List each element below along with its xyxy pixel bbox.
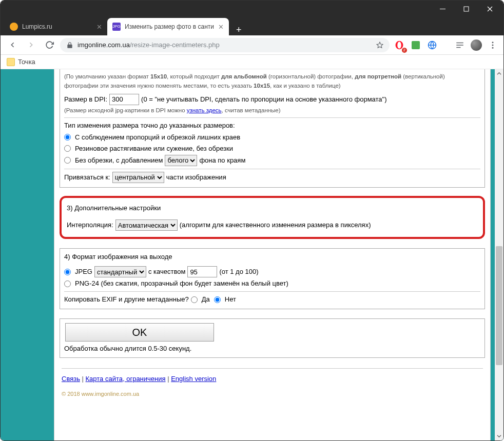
window-maximize-button[interactable] <box>454 1 478 17</box>
extension-badge: 2 <box>402 48 407 53</box>
anchor-label: Привязаться к: <box>64 172 110 183</box>
dpi-label: Размер в DPI: <box>64 94 107 105</box>
dpi-row: Размер в DPI: (0 = "не учитывать DPI, сд… <box>64 94 480 105</box>
tab-title: Lumpics.ru <box>22 23 92 30</box>
favicon-icon: JPG <box>112 23 121 31</box>
scrollbar-track[interactable] <box>495 78 503 432</box>
extension-opera-icon[interactable]: 2 <box>393 38 406 52</box>
bookmarks-bar: Точка <box>1 55 503 69</box>
menu-button[interactable] <box>486 38 499 52</box>
resize-option-2[interactable]: Резиновое растягивание или сужение, без … <box>64 144 480 154</box>
exif-row: Копировать EXIF и другие метаданные? Да … <box>64 294 480 305</box>
svg-point-13 <box>492 47 494 48</box>
window-titlebar <box>1 1 503 17</box>
interpolation-label: Интерполяция: <box>67 220 113 230</box>
reading-list-icon[interactable] <box>453 38 467 52</box>
section-submit: OK Обработка обычно длится 0.5-30 секунд… <box>60 318 485 357</box>
browser-toolbar: imgonline.com.ua/resize-image-centimeter… <box>1 35 503 55</box>
svg-rect-1 <box>464 7 469 11</box>
format-png-row[interactable]: PNG-24 (без сжатия, прозрачный фон будет… <box>64 278 480 289</box>
svg-point-11 <box>492 42 494 43</box>
extension-green-icon[interactable] <box>409 38 422 52</box>
anchor-suffix: части изображения <box>166 172 226 183</box>
forward-button[interactable] <box>23 37 38 53</box>
back-button[interactable] <box>5 37 20 53</box>
ok-button[interactable]: OK <box>65 323 214 342</box>
radio-exif-yes[interactable] <box>191 296 198 303</box>
favicon-icon <box>10 23 18 31</box>
bookmark-item[interactable]: Точка <box>18 58 35 66</box>
scroll-down-icon[interactable] <box>495 432 503 440</box>
star-icon[interactable] <box>376 42 383 49</box>
extension-globe-icon[interactable] <box>425 38 439 52</box>
copyright: © 2018 www.imgonline.com.ua <box>62 391 483 397</box>
jpeg-type-select[interactable]: стандартный <box>94 266 146 277</box>
anchor-row: Привязаться к: центральной части изображ… <box>64 172 480 183</box>
address-bar[interactable]: imgonline.com.ua/resize-image-centimeter… <box>60 38 390 52</box>
anchor-select[interactable]: центральной <box>112 172 164 183</box>
exif-label: Копировать EXIF и другие метаданные? <box>64 294 189 305</box>
reload-button[interactable] <box>42 37 57 53</box>
tab-lumpics[interactable]: Lumpics.ru ✕ <box>5 18 107 35</box>
url-text: imgonline.com.ua/resize-image-centimeter… <box>77 41 372 49</box>
profile-avatar[interactable] <box>470 38 483 52</box>
scrollbar-thumb[interactable] <box>496 246 502 365</box>
footer-link-english[interactable]: English version <box>171 375 216 383</box>
format-jpeg-row[interactable]: JPEG стандартный с качеством (от 1 до 10… <box>64 266 480 277</box>
radio-exif-no[interactable] <box>214 296 221 303</box>
section4-title: 4) Формат изображения на выходе <box>64 252 480 262</box>
jpeg-quality-input[interactable] <box>187 266 217 277</box>
radio-jpeg[interactable] <box>64 269 71 275</box>
dpi-description: (0 = "не учитывать DPI, сделать по пропо… <box>141 94 386 105</box>
radio-pad[interactable] <box>64 157 71 164</box>
interpolation-select[interactable]: Автоматическая <box>115 219 178 231</box>
scroll-up-icon[interactable] <box>495 69 503 78</box>
bg-color-select[interactable]: белого <box>165 155 197 166</box>
lock-icon <box>66 42 73 49</box>
new-tab-button[interactable]: + <box>229 25 249 35</box>
page-footer: Связь | Карта сайта, ограничения | Engli… <box>54 361 490 404</box>
resize-option-3[interactable]: Без обрезки, с добавлением белого фона п… <box>64 155 480 166</box>
tab-strip: Lumpics.ru ✕ JPG Изменить размер фото в … <box>1 17 503 35</box>
window-minimize-button[interactable] <box>431 1 454 17</box>
dpi-input[interactable] <box>109 94 139 105</box>
viewport: (По умолчанию указан формат 15x10, котор… <box>1 69 503 440</box>
dpi-hint: (Размер исходной jpg-картинки в DPI можн… <box>64 106 480 115</box>
tab-imgonline[interactable]: JPG Изменить размер фото в санти ✕ <box>107 18 229 35</box>
svg-point-6 <box>397 42 401 49</box>
section3-title: 3) Дополнительные настройки <box>67 203 478 213</box>
svg-marker-4 <box>377 42 383 48</box>
resize-option-1[interactable]: С соблюдением пропорций и обрезкой лишни… <box>64 132 480 143</box>
section-output-format: 4) Формат изображения на выходе JPEG ста… <box>60 248 485 309</box>
format-hint: (По умолчанию указан формат 15x10, котор… <box>64 72 480 91</box>
dpi-help-link[interactable]: узнать здесь <box>187 107 222 113</box>
submit-hint: Обработка обычно длится 0.5-30 секунд. <box>64 344 480 354</box>
page-content: (По умолчанию указан формат 15x10, котор… <box>1 69 495 440</box>
window-close-button[interactable] <box>478 1 501 17</box>
section-additional-settings: 3) Дополнительные настройки Интерполяция… <box>60 196 485 239</box>
footer-link-sitemap[interactable]: Карта сайта, ограничения <box>86 375 166 383</box>
interpolation-description: (алгоритм для качественного изменения ра… <box>180 220 371 230</box>
radio-stretch[interactable] <box>64 145 71 152</box>
radio-crop[interactable] <box>64 134 71 141</box>
close-tab-icon[interactable]: ✕ <box>218 23 224 31</box>
close-tab-icon[interactable]: ✕ <box>96 23 102 31</box>
svg-point-12 <box>492 44 494 46</box>
tab-title: Изменить размер фото в санти <box>125 23 214 30</box>
resize-type-label: Тип изменения размера точно до указанных… <box>64 121 480 131</box>
footer-link-contact[interactable]: Связь <box>62 375 80 383</box>
folder-icon <box>7 58 15 66</box>
section-size-settings: (По умолчанию указан формат 15x10, котор… <box>60 69 485 188</box>
radio-png[interactable] <box>64 280 71 287</box>
interpolation-row: Интерполяция: Автоматическая (алгоритм д… <box>67 219 478 231</box>
scrollbar[interactable] <box>495 69 503 440</box>
